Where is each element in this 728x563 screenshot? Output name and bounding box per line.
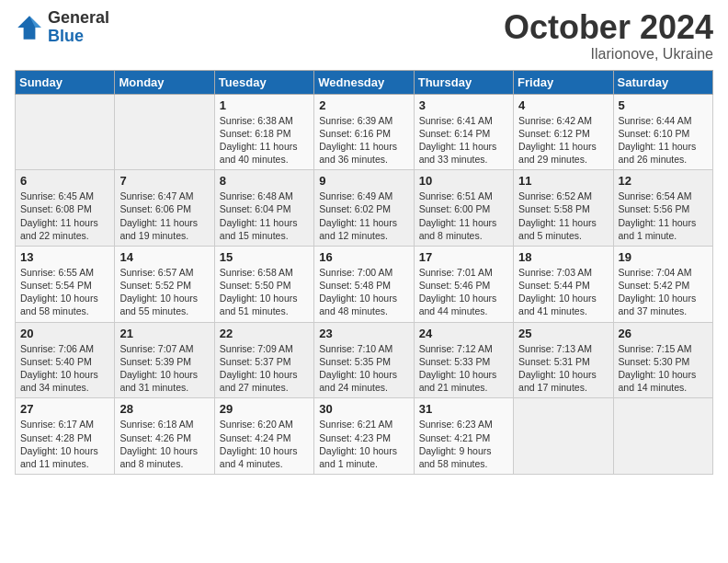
weekday-sunday: Sunday (16, 70, 115, 94)
day-cell: 28Sunrise: 6:18 AM Sunset: 4:26 PM Dayli… (115, 398, 214, 475)
day-cell (514, 398, 613, 475)
calendar-body: 1Sunrise: 6:38 AM Sunset: 6:18 PM Daylig… (16, 94, 713, 474)
day-cell: 13Sunrise: 6:55 AM Sunset: 5:54 PM Dayli… (16, 246, 115, 322)
day-info: Sunrise: 6:21 AM Sunset: 4:23 PM Dayligh… (319, 418, 408, 470)
day-info: Sunrise: 7:04 AM Sunset: 5:42 PM Dayligh… (619, 266, 708, 318)
day-cell: 5Sunrise: 6:44 AM Sunset: 6:10 PM Daylig… (613, 94, 712, 170)
day-number: 7 (119, 174, 209, 188)
day-info: Sunrise: 6:39 AM Sunset: 6:16 PM Dayligh… (319, 114, 408, 167)
day-info: Sunrise: 7:00 AM Sunset: 5:48 PM Dayligh… (319, 266, 408, 318)
day-cell: 30Sunrise: 6:21 AM Sunset: 4:23 PM Dayli… (314, 398, 414, 475)
day-cell: 15Sunrise: 6:58 AM Sunset: 5:50 PM Dayli… (214, 246, 313, 322)
day-number: 8 (220, 174, 309, 188)
day-info: Sunrise: 6:44 AM Sunset: 6:10 PM Dayligh… (619, 114, 708, 167)
day-cell: 10Sunrise: 6:51 AM Sunset: 6:00 PM Dayli… (414, 170, 513, 247)
day-info: Sunrise: 6:18 AM Sunset: 4:26 PM Dayligh… (119, 418, 209, 470)
day-info: Sunrise: 6:58 AM Sunset: 5:50 PM Dayligh… (220, 266, 309, 318)
day-info: Sunrise: 6:54 AM Sunset: 5:56 PM Dayligh… (619, 190, 708, 242)
day-info: Sunrise: 6:17 AM Sunset: 4:28 PM Dayligh… (20, 418, 109, 470)
day-number: 12 (619, 174, 708, 188)
day-number: 27 (20, 402, 109, 416)
day-number: 6 (20, 174, 109, 188)
day-number: 19 (619, 250, 708, 264)
day-cell: 1Sunrise: 6:38 AM Sunset: 6:18 PM Daylig… (214, 94, 313, 170)
day-cell: 16Sunrise: 7:00 AM Sunset: 5:48 PM Dayli… (314, 246, 414, 322)
day-number: 13 (20, 250, 109, 264)
day-number: 23 (319, 327, 408, 340)
day-info: Sunrise: 6:42 AM Sunset: 6:12 PM Dayligh… (518, 114, 608, 167)
logo-icon (15, 13, 44, 42)
weekday-monday: Monday (115, 70, 214, 94)
day-info: Sunrise: 6:51 AM Sunset: 6:00 PM Dayligh… (419, 190, 508, 242)
day-cell: 12Sunrise: 6:54 AM Sunset: 5:56 PM Dayli… (613, 170, 712, 247)
day-cell: 4Sunrise: 6:42 AM Sunset: 6:12 PM Daylig… (514, 94, 613, 170)
week-row-1: 1Sunrise: 6:38 AM Sunset: 6:18 PM Daylig… (16, 94, 713, 170)
day-info: Sunrise: 6:52 AM Sunset: 5:58 PM Dayligh… (518, 190, 608, 242)
day-info: Sunrise: 6:48 AM Sunset: 6:04 PM Dayligh… (220, 190, 309, 242)
day-cell: 31Sunrise: 6:23 AM Sunset: 4:21 PM Dayli… (414, 398, 513, 475)
day-number: 22 (220, 327, 309, 340)
day-number: 14 (119, 250, 209, 264)
day-info: Sunrise: 6:20 AM Sunset: 4:24 PM Dayligh… (220, 418, 309, 470)
day-number: 2 (319, 98, 408, 112)
day-info: Sunrise: 7:06 AM Sunset: 5:40 PM Dayligh… (20, 342, 109, 395)
day-info: Sunrise: 7:07 AM Sunset: 5:39 PM Dayligh… (119, 342, 209, 395)
logo: General Blue (15, 9, 109, 46)
day-number: 9 (319, 174, 408, 188)
day-number: 30 (319, 402, 408, 416)
day-number: 17 (419, 250, 508, 264)
day-cell: 29Sunrise: 6:20 AM Sunset: 4:24 PM Dayli… (214, 398, 313, 475)
page: General Blue October 2024 Ilarionove, Uk… (0, 0, 728, 563)
day-number: 1 (220, 98, 309, 112)
day-number: 4 (518, 98, 608, 112)
day-info: Sunrise: 6:47 AM Sunset: 6:06 PM Dayligh… (119, 190, 209, 242)
day-number: 26 (619, 327, 708, 340)
logo-blue-text: Blue (48, 28, 109, 46)
day-info: Sunrise: 7:09 AM Sunset: 5:37 PM Dayligh… (220, 342, 309, 395)
weekday-friday: Friday (514, 70, 613, 94)
day-cell: 17Sunrise: 7:01 AM Sunset: 5:46 PM Dayli… (414, 246, 513, 322)
week-row-2: 6Sunrise: 6:45 AM Sunset: 6:08 PM Daylig… (16, 170, 713, 247)
day-cell: 27Sunrise: 6:17 AM Sunset: 4:28 PM Dayli… (16, 398, 115, 475)
day-info: Sunrise: 7:13 AM Sunset: 5:31 PM Dayligh… (518, 342, 608, 395)
week-row-3: 13Sunrise: 6:55 AM Sunset: 5:54 PM Dayli… (16, 246, 713, 322)
day-cell (115, 94, 214, 170)
day-number: 15 (220, 250, 309, 264)
day-info: Sunrise: 7:01 AM Sunset: 5:46 PM Dayligh… (419, 266, 508, 318)
logo-general-text: General (48, 9, 109, 28)
day-number: 16 (319, 250, 408, 264)
location-title: Ilarionove, Ukraine (504, 46, 713, 63)
day-number: 3 (419, 98, 508, 112)
day-info: Sunrise: 6:49 AM Sunset: 6:02 PM Dayligh… (319, 190, 408, 242)
day-cell (16, 94, 115, 170)
day-cell: 19Sunrise: 7:04 AM Sunset: 5:42 PM Dayli… (613, 246, 712, 322)
header: General Blue October 2024 Ilarionove, Uk… (15, 9, 713, 63)
day-cell: 2Sunrise: 6:39 AM Sunset: 6:16 PM Daylig… (314, 94, 414, 170)
day-number: 28 (119, 402, 209, 416)
day-info: Sunrise: 6:41 AM Sunset: 6:14 PM Dayligh… (419, 114, 508, 167)
day-number: 20 (20, 327, 109, 340)
day-info: Sunrise: 6:38 AM Sunset: 6:18 PM Dayligh… (220, 114, 309, 167)
weekday-thursday: Thursday (414, 70, 513, 94)
day-info: Sunrise: 6:45 AM Sunset: 6:08 PM Dayligh… (20, 190, 109, 242)
weekday-header-row: SundayMondayTuesdayWednesdayThursdayFrid… (16, 70, 713, 94)
day-cell: 24Sunrise: 7:12 AM Sunset: 5:33 PM Dayli… (414, 322, 513, 398)
day-cell: 20Sunrise: 7:06 AM Sunset: 5:40 PM Dayli… (16, 322, 115, 398)
calendar-table: SundayMondayTuesdayWednesdayThursdayFrid… (15, 70, 713, 475)
day-number: 21 (119, 327, 209, 340)
day-info: Sunrise: 7:15 AM Sunset: 5:30 PM Dayligh… (619, 342, 708, 395)
day-number: 18 (518, 250, 608, 264)
month-title: October 2024 (504, 9, 713, 46)
day-cell: 22Sunrise: 7:09 AM Sunset: 5:37 PM Dayli… (214, 322, 313, 398)
day-cell: 6Sunrise: 6:45 AM Sunset: 6:08 PM Daylig… (16, 170, 115, 247)
day-cell: 7Sunrise: 6:47 AM Sunset: 6:06 PM Daylig… (115, 170, 214, 247)
day-number: 31 (419, 402, 508, 416)
day-cell: 18Sunrise: 7:03 AM Sunset: 5:44 PM Dayli… (514, 246, 613, 322)
day-cell: 11Sunrise: 6:52 AM Sunset: 5:58 PM Dayli… (514, 170, 613, 247)
day-number: 25 (518, 327, 608, 340)
day-number: 24 (419, 327, 508, 340)
week-row-5: 27Sunrise: 6:17 AM Sunset: 4:28 PM Dayli… (16, 398, 713, 475)
weekday-wednesday: Wednesday (314, 70, 414, 94)
day-number: 11 (518, 174, 608, 188)
day-cell (613, 398, 712, 475)
